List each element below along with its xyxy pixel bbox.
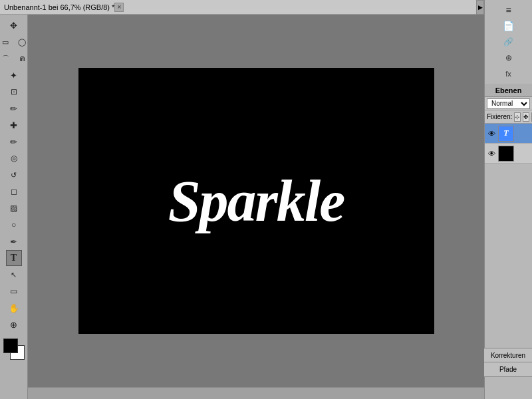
blend-mode-select[interactable]: Normal	[487, 98, 530, 109]
layer-item-text[interactable]: 👁 T	[485, 124, 532, 144]
left-toolbar: ✥ ▭ ◯ ⌒ ⋒ ✦ ⊡ ✏ ✚ ✏ ◎ ↺ ◻ ▨ ○ ✒ T ↖ ▭ ✋ …	[0, 15, 28, 399]
blend-mode-row: Normal	[485, 97, 532, 110]
pfade-panel[interactable]: Pfade	[484, 362, 532, 377]
magic-wand-tool[interactable]: ✦	[6, 67, 22, 83]
layer-list: 👁 T 👁	[485, 124, 532, 164]
poly-lasso-tool[interactable]: ⋒	[14, 51, 28, 66]
lock-position-icon[interactable]: ⊹	[514, 112, 521, 122]
channel-button[interactable]: ⊕	[501, 51, 516, 65]
select-ellipse-tool[interactable]: ◯	[14, 34, 28, 50]
eraser-tool[interactable]: ◻	[6, 184, 22, 200]
brush-tool[interactable]: ✏	[6, 134, 22, 150]
layer-thumbnail-text: T	[498, 126, 514, 142]
lasso-tool[interactable]: ⌒	[0, 51, 13, 66]
lock-row: Fixieren: ⊹ ✥ 🔒	[485, 110, 532, 124]
layer-item-background[interactable]: 👁	[485, 144, 532, 164]
clone-tool[interactable]: ◎	[6, 150, 22, 166]
panel-collapse-button[interactable]: ▶	[476, 0, 484, 15]
layer-visibility-text[interactable]: 👁	[487, 129, 496, 138]
layers-panel-header: Ebenen	[485, 84, 532, 97]
layer-visibility-bg[interactable]: 👁	[487, 149, 496, 158]
canvas-area: Sparkle	[28, 15, 484, 387]
hand-tool[interactable]: ✋	[6, 300, 22, 316]
eyedropper-tool[interactable]: ✏	[6, 100, 22, 116]
new-layer-button[interactable]: 📄	[501, 19, 516, 33]
panel-tools: ≡ 📄 🔗 ⊕ fx	[485, 0, 532, 84]
select-rect-tool[interactable]: ▭	[0, 34, 13, 50]
korrekturen-panel[interactable]: Korrekturen	[484, 348, 532, 362]
gradient-tool[interactable]: ▨	[6, 200, 22, 216]
layers-menu-button[interactable]: ≡	[501, 3, 516, 17]
foreground-color[interactable]	[3, 338, 18, 353]
path-select-tool[interactable]: ↖	[6, 267, 22, 283]
shape-tool[interactable]: ▭	[6, 283, 22, 299]
close-button[interactable]: ×	[114, 3, 124, 12]
right-panel: ≡ 📄 🔗 ⊕ fx Ebenen Normal Fixieren: ⊹ ✥ 🔒…	[484, 0, 532, 399]
heal-tool[interactable]: ✚	[6, 117, 22, 133]
document-canvas: Sparkle	[78, 68, 434, 334]
horizontal-scrollbar[interactable]	[28, 387, 491, 399]
titlebar: Unbenannt-1 bei 66,7% (RGB/8) * ×	[0, 0, 492, 15]
sparkle-text: Sparkle	[168, 168, 344, 235]
fixieren-label: Fixieren:	[487, 113, 512, 120]
titlebar-text: Unbenannt-1 bei 66,7% (RGB/8) *	[4, 3, 114, 11]
history-brush-tool[interactable]: ↺	[6, 167, 22, 183]
link-button[interactable]: 🔗	[501, 35, 516, 49]
pen-tool[interactable]: ✒	[6, 233, 22, 249]
dodge-tool[interactable]: ○	[6, 217, 22, 233]
fx-button[interactable]: fx	[501, 66, 516, 81]
text-tool[interactable]: T	[6, 250, 22, 266]
pfade-label: Pfade	[499, 366, 517, 373]
zoom-tool[interactable]: ⊕	[6, 317, 22, 332]
crop-tool[interactable]: ⊡	[6, 84, 22, 100]
layer-thumbnail-bg	[498, 146, 514, 162]
move-tool[interactable]: ✥	[6, 17, 22, 33]
korrekturen-label: Korrekturen	[491, 352, 525, 359]
lock-image-icon[interactable]: ✥	[523, 112, 529, 122]
